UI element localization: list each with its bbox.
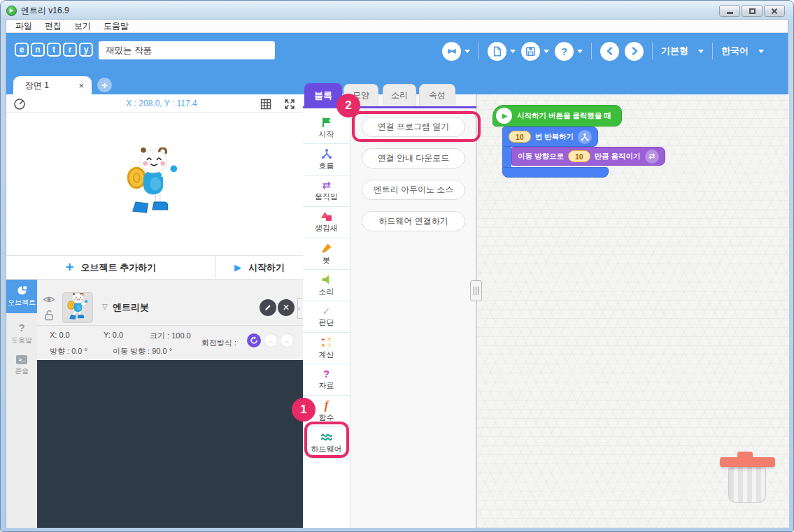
object-move-direction: 이동 방향 : 90.0 °	[113, 346, 172, 357]
rotation-free-button[interactable]	[247, 333, 261, 347]
hardware-icon	[320, 431, 333, 443]
tab-attributes[interactable]: 속성	[419, 84, 455, 106]
redo-icon	[629, 45, 640, 57]
save-caret-icon[interactable]	[544, 50, 549, 53]
grid-icon[interactable]	[260, 99, 271, 110]
console-icon: >_	[16, 355, 27, 364]
arrow-lr-icon: ↔	[283, 336, 291, 345]
logo-letter: r	[63, 43, 77, 57]
lock-open-icon[interactable]	[43, 309, 55, 321]
repeat-block[interactable]: 10 번 반복하기	[502, 127, 598, 147]
toolbar-separator	[652, 43, 653, 59]
looks-icon	[320, 211, 332, 222]
menu-view[interactable]: 보기	[74, 20, 91, 32]
object-card: ▽ 엔트리봇 × ‹ X: 0.0 Y: 0.0 크기 : 100.0 방향 :…	[37, 280, 303, 360]
brush-icon	[321, 243, 332, 254]
menu-help[interactable]: 도움말	[104, 20, 129, 32]
tab-help[interactable]: ? 도움말	[6, 317, 37, 350]
category-move[interactable]: ⇄ 움직임	[303, 175, 350, 207]
object-name[interactable]: 엔트리봇	[113, 301, 149, 314]
category-data[interactable]: ? 자료	[303, 364, 350, 396]
add-object-button[interactable]: + 오브젝트 추가하기	[6, 256, 216, 279]
tab-console[interactable]: >_ 콘솔	[6, 350, 37, 382]
connect-guide-download-button[interactable]: 연결 안내 다운로드	[362, 148, 465, 168]
redo-button[interactable]	[625, 42, 644, 61]
works-caret-icon[interactable]	[465, 50, 470, 53]
logo-letter: e	[15, 43, 29, 57]
repeat-count-field[interactable]: 10	[509, 131, 531, 143]
trash-can[interactable]	[728, 467, 766, 503]
start-event-block[interactable]: ▶ 시작하기 버튼을 클릭했을 때	[492, 105, 622, 127]
save-button[interactable]	[521, 42, 540, 61]
move-distance-field[interactable]: 10	[568, 150, 590, 162]
category-calc[interactable]: +=×÷ 계산	[303, 333, 350, 364]
scene-close-icon[interactable]: ×	[78, 80, 84, 91]
category-flow[interactable]: 흐름	[303, 144, 350, 175]
new-project-button[interactable]	[488, 42, 506, 61]
new-caret-icon[interactable]	[510, 50, 516, 53]
header-toolbar: ? 기본형 한국어	[442, 41, 764, 61]
help-icon: ?	[18, 322, 24, 333]
rotation-none-button[interactable]: ↔	[280, 333, 294, 347]
undo-button[interactable]	[600, 42, 619, 61]
delete-object-button[interactable]: ×	[278, 299, 295, 316]
open-connect-program-button[interactable]: 연결 프로그램 열기	[362, 117, 465, 137]
add-scene-button[interactable]: +	[97, 78, 112, 92]
stage-canvas[interactable]	[6, 113, 303, 255]
app-window: ▶ 엔트리 v16.9 파일 편집 보기 도움말 e n t r y 재밌는 작…	[0, 0, 794, 532]
works-menu-button[interactable]	[442, 42, 461, 61]
stage-action-bar: + 오브젝트 추가하기 ▶ 시작하기	[6, 255, 303, 280]
arrow-lr-icon: ↔	[267, 336, 275, 345]
start-label: 시작하기	[248, 261, 285, 274]
object-thumbnail[interactable]	[62, 292, 93, 323]
category-sound[interactable]: 소리	[303, 270, 350, 301]
connect-hardware-button[interactable]: 하드웨어 연결하기	[362, 211, 465, 231]
category-brush[interactable]: 붓	[303, 238, 350, 270]
repeat-block-spine[interactable]	[502, 147, 511, 167]
menu-edit[interactable]: 편집	[45, 20, 62, 32]
toolbar-separator	[478, 43, 479, 59]
tab-objects[interactable]: 오브젝트	[6, 280, 37, 313]
repeat-block-bottom[interactable]	[502, 167, 609, 178]
category-hardware[interactable]: 하드웨어	[303, 427, 350, 459]
question-icon: ?	[323, 368, 329, 379]
window-title: 엔트리 v16.9	[21, 5, 69, 17]
menu-file[interactable]: 파일	[15, 20, 32, 32]
minimize-icon	[727, 12, 733, 14]
language-select[interactable]: 한국어	[721, 45, 764, 57]
chevron-left-icon: ‹	[298, 305, 300, 312]
tab-help-label: 도움말	[11, 336, 32, 345]
entry-arduino-source-button[interactable]: 엔트리 아두이노 소스	[362, 180, 465, 200]
plus-icon: +	[66, 259, 74, 275]
repeat-icon	[578, 130, 592, 144]
entrybot-sprite[interactable]	[125, 148, 180, 220]
expander-triangle-icon[interactable]: ▽	[102, 303, 108, 310]
help-caret-icon[interactable]	[577, 50, 583, 53]
scene-tab[interactable]: 장면 1 ×	[13, 76, 92, 94]
help-icon: ?	[561, 45, 567, 57]
fullscreen-icon[interactable]	[284, 99, 295, 110]
rotation-horizontal-button[interactable]: ↔	[264, 333, 278, 347]
move-block[interactable]: 이동 방향으로 10 만큼 움직이기 ⇄	[511, 147, 665, 166]
minimize-button[interactable]	[719, 5, 740, 17]
maximize-button[interactable]	[742, 5, 763, 17]
visibility-eye-icon[interactable]	[43, 295, 55, 304]
category-judge[interactable]: ✓ 판단	[303, 301, 350, 333]
close-button[interactable]	[764, 5, 785, 17]
save-icon	[525, 45, 537, 57]
category-start[interactable]: 시작	[303, 113, 350, 144]
play-icon: ▶	[496, 108, 512, 124]
speed-gauge-icon[interactable]	[13, 98, 26, 110]
mode-select[interactable]: 기본형	[661, 45, 704, 57]
edit-object-button[interactable]	[260, 299, 276, 316]
tab-sounds[interactable]: 소리	[383, 84, 416, 106]
category-looks[interactable]: 생김새	[303, 207, 350, 238]
tab-underline	[303, 106, 476, 108]
start-button[interactable]: ▶ 시작하기	[216, 256, 303, 279]
collapse-panel-handle[interactable]: ‹	[297, 298, 303, 319]
logo-letter: n	[31, 43, 45, 57]
project-title-input[interactable]: 재밌는 작품	[99, 41, 275, 59]
entrybot-thumb-icon	[66, 293, 89, 322]
panel-resize-grip[interactable]	[470, 280, 482, 301]
help-button[interactable]: ?	[555, 42, 574, 61]
